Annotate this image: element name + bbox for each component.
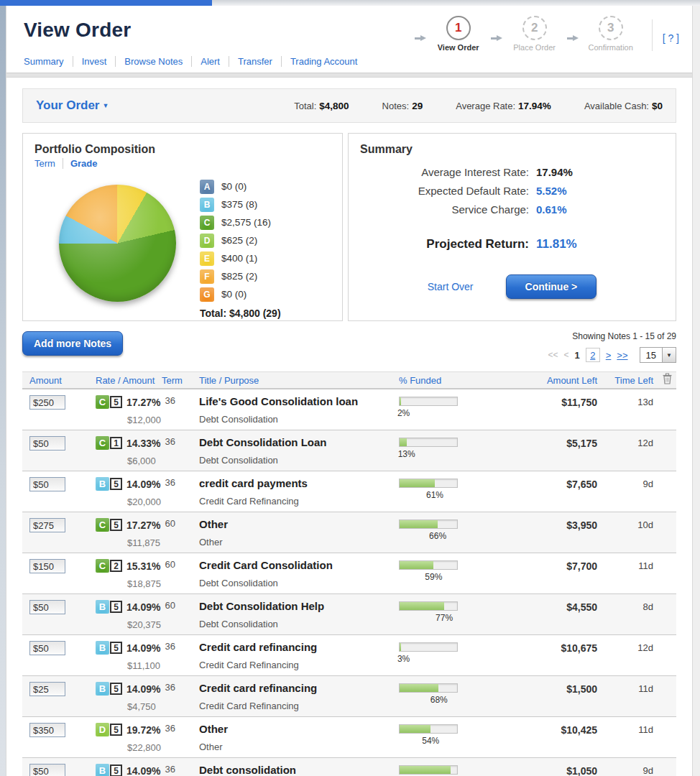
funded-label-wrap: 59%	[399, 572, 458, 583]
start-over-link[interactable]: Start Over	[428, 281, 474, 292]
title-purpose-cell: Debt Consolidation Help Debt Consolidati…	[199, 600, 399, 629]
term-value: 60	[165, 600, 175, 611]
page-link[interactable]: 1	[575, 350, 580, 361]
funded-progress-track	[399, 560, 458, 570]
term-value: 36	[165, 641, 175, 652]
portfolio-tab[interactable]: Term	[34, 158, 55, 169]
projected-return-row: Projected Return: 11.81%	[360, 237, 664, 251]
header-time-left[interactable]: Time Left	[597, 375, 653, 386]
page-link[interactable]: 2	[586, 348, 600, 362]
note-purpose: Debt Consolidation	[199, 414, 392, 425]
amount-input[interactable]	[29, 477, 65, 491]
order-summary-bar: Your Order▼ Total:$4,800 Notes:29 Averag…	[22, 88, 676, 123]
showing-notes-text: Showing Notes 1 - 15 of 29	[548, 331, 676, 341]
table-row: C 5 17.27% 60 $11,875 Other Other	[22, 512, 676, 553]
funded-progress-fill	[400, 397, 401, 405]
funded-progress-track	[399, 724, 458, 734]
nav-item[interactable]: Summary	[24, 56, 64, 67]
prev-page-button[interactable]: <	[564, 350, 569, 360]
step-label: Place Order	[513, 43, 556, 52]
nav-link[interactable]: Invest	[82, 56, 107, 67]
page-size-select[interactable]: 15 ▼	[640, 347, 676, 363]
nav-link[interactable]: Summary	[24, 56, 64, 67]
amount-cell	[29, 559, 96, 573]
nav-item[interactable]: Transfer	[229, 56, 272, 67]
subgrade-badge: 5	[110, 519, 122, 531]
amount-left-cell: $1,050	[525, 764, 597, 776]
portfolio-tab[interactable]: Grade	[63, 158, 98, 169]
legend-swatch: A	[200, 180, 214, 194]
note-title: credit card payments	[199, 477, 392, 489]
amount-input[interactable]	[29, 641, 65, 655]
header-funded[interactable]: % Funded	[399, 375, 525, 386]
header-title-purpose[interactable]: Title / Purpose	[199, 375, 399, 386]
nav-link[interactable]: Trading Account	[290, 56, 357, 67]
amount-input[interactable]	[29, 600, 65, 614]
table-row: B 5 14.09% 60 $20,375 Debt Consolidation…	[22, 593, 676, 634]
nav-item[interactable]: Invest	[73, 56, 107, 67]
amount-left-cell: $1,500	[525, 682, 597, 695]
continue-button[interactable]: Continue >	[506, 274, 597, 299]
amount-input[interactable]	[29, 559, 65, 573]
time-left-cell: 13d	[597, 395, 653, 407]
legend-label: $2,575 (16)	[221, 217, 271, 228]
summary-row-value: 0.61%	[536, 203, 567, 216]
note-purpose: Credit Card Refinancing	[199, 701, 392, 711]
note-title: Credit card refinancing	[199, 682, 392, 694]
amount-input[interactable]	[29, 764, 65, 776]
nav-item[interactable]: Trading Account	[281, 56, 357, 67]
funded-cell: 66%	[399, 518, 525, 542]
header-term[interactable]: Term	[162, 375, 199, 386]
funded-percent-label: 59%	[425, 572, 442, 582]
help-link[interactable]: [ ? ]	[663, 24, 679, 44]
step-label: View Order	[438, 43, 479, 52]
nav-item[interactable]: Alert	[191, 56, 220, 67]
funded-progress-fill	[400, 725, 430, 733]
first-page-button[interactable]: <<	[548, 350, 558, 360]
amount-left-cell: $7,700	[525, 559, 597, 572]
page-right-gutter	[693, 6, 700, 776]
title-purpose-cell: Credit card refinancing Credit Card Refi…	[199, 682, 399, 711]
pie-legend: A $0 (0) B $375 (8) C	[200, 177, 281, 303]
loan-amount: $20,000	[127, 496, 199, 507]
last-page-button[interactable]: >>	[617, 350, 627, 361]
note-purpose: Debt Consolidation	[199, 578, 392, 588]
amount-input[interactable]	[29, 436, 65, 451]
time-left-cell: 11d	[597, 723, 653, 735]
page: View Order 1 View Order	[0, 0, 700, 776]
portfolio-tab-link[interactable]: Grade	[70, 158, 98, 169]
funded-progress-fill	[400, 479, 435, 487]
header-amount[interactable]: Amount	[29, 375, 96, 386]
step-number: 1	[446, 16, 471, 40]
note-purpose: Credit Card Refinancing	[199, 660, 392, 670]
funded-progress-track	[399, 479, 458, 488]
nav-link[interactable]: Alert	[201, 56, 220, 67]
amount-input[interactable]	[29, 682, 65, 696]
progress-steps: 1 View Order 2 Place Order	[413, 16, 642, 52]
nav-item[interactable]: Browse Notes	[115, 56, 183, 67]
header-amount-left[interactable]: Amount Left	[525, 375, 597, 386]
your-order-dropdown[interactable]: Your Order▼	[36, 98, 109, 113]
summary-panel: Summary Average Interest Rate: 17.94% Ex…	[348, 133, 676, 321]
amount-input[interactable]	[29, 518, 65, 532]
projected-return-value: 11.81%	[536, 237, 577, 251]
grade-badge: B	[96, 600, 109, 614]
note-title: Debt Consolidation Help	[199, 600, 392, 612]
step: 2 Place Order	[489, 16, 566, 52]
next-page-button[interactable]: >	[606, 350, 612, 361]
add-more-notes-button[interactable]: Add more Notes	[22, 331, 123, 356]
nav-link[interactable]: Transfer	[238, 56, 272, 67]
trash-icon[interactable]	[653, 373, 672, 387]
note-title: Debt Consolidation Loan	[199, 436, 392, 448]
projected-return-label: Projected Return:	[360, 237, 529, 251]
amount-input[interactable]	[29, 723, 65, 737]
rate-amount-cell: C 2 15.31% 60 $18,875	[96, 559, 199, 589]
amount-cell	[29, 723, 96, 737]
nav-link[interactable]: Browse Notes	[124, 56, 183, 67]
portfolio-tab-link[interactable]: Term	[34, 158, 55, 169]
time-left-cell: 9d	[597, 477, 653, 489]
grade-badge: B	[96, 641, 109, 655]
amount-input[interactable]	[29, 395, 65, 410]
funded-cell: 2%	[399, 395, 525, 419]
header-rate-amount[interactable]: Rate / Amount	[96, 375, 162, 386]
